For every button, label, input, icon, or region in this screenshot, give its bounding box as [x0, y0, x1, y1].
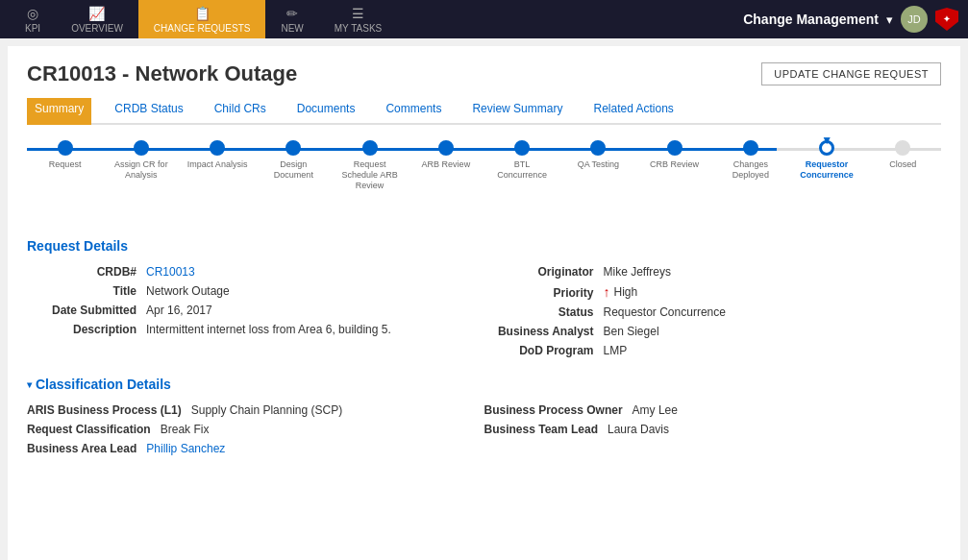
detail-row-priority: Priority ↑ High [484, 284, 942, 300]
progress-bar: Request Assign CR for Analysis Impact An… [27, 140, 941, 219]
value-crdb[interactable]: CR10013 [146, 265, 195, 279]
step-dot-crb [667, 140, 683, 156]
collapse-arrow-icon[interactable]: ▾ [27, 379, 32, 390]
nav-items: ◎ KPI 📈 OVERVIEW 📋 CHANGE REQUESTS ✏ NEW… [10, 0, 743, 38]
nav-right: Change Management ▾ JD ✦ [743, 6, 958, 33]
tab-review-summary[interactable]: Review Summary [464, 98, 570, 125]
my-tasks-icon: ☰ [352, 6, 364, 21]
request-details-left: CRDB# CR10013 Title Network Outage Date … [27, 265, 484, 357]
step-changes: Changes Deployed [712, 140, 788, 190]
request-details-right: Originator Mike Jeffreys Priority ↑ High… [484, 265, 942, 357]
step-request: Request [27, 140, 103, 190]
label-analyst: Business Analyst [484, 325, 600, 338]
request-details-section-title: Request Details [27, 238, 941, 254]
step-dot-requestor: ▼ [819, 140, 834, 156]
kpi-icon: ◎ [27, 6, 38, 21]
nav-label-change-requests: CHANGE REQUESTS [154, 23, 251, 34]
label-crdb: CRDB# [27, 265, 142, 279]
label-req-class: Request Classification [27, 423, 157, 436]
progress-steps: Request Assign CR for Analysis Impact An… [27, 140, 941, 190]
tab-crdb-status[interactable]: CRDB Status [107, 98, 190, 125]
request-details-grid: CRDB# CR10013 Title Network Outage Date … [27, 265, 941, 357]
priority-arrow-icon: ↑ [604, 284, 610, 300]
step-label-impact: Impact Analysis [187, 159, 248, 170]
classification-right: Business Process Owner Amy Lee Business … [484, 403, 942, 455]
tab-summary[interactable]: Summary [27, 98, 91, 125]
step-label-requestor: Requestor Concurrence [793, 159, 860, 181]
detail-row-biz-team-lead: Business Team Lead Laura Davis [484, 423, 942, 436]
step-request-arb: Request Schedule ARB Review [332, 140, 408, 190]
value-req-class: Break Fix [161, 423, 210, 436]
value-description: Intermittent internet loss from Area 6, … [146, 323, 391, 336]
label-originator: Originator [484, 265, 600, 279]
change-requests-icon: 📋 [194, 6, 211, 21]
value-date: Apr 16, 2017 [146, 304, 212, 317]
nav-item-my-tasks[interactable]: ☰ MY TASKS [319, 0, 397, 38]
label-biz-process-owner: Business Process Owner [484, 403, 629, 417]
value-priority: ↑ High [604, 284, 638, 300]
step-label-request: Request [49, 159, 82, 170]
step-label-arb: ARB Review [422, 159, 471, 170]
value-title: Network Outage [146, 284, 230, 298]
label-date: Date Submitted [27, 304, 142, 317]
step-assign: Assign CR for Analysis [103, 140, 179, 190]
detail-row-originator: Originator Mike Jeffreys [484, 265, 942, 279]
label-priority: Priority [484, 286, 600, 300]
label-aris: ARIS Business Process (L1) [27, 403, 187, 417]
step-label-qa: QA Testing [578, 159, 619, 170]
detail-row-title: Title Network Outage [27, 284, 484, 298]
nav-item-change-requests[interactable]: 📋 CHANGE REQUESTS [138, 0, 266, 38]
step-design: Design Document [256, 140, 332, 190]
classification-section-title: ▾ Classification Details [27, 377, 941, 392]
step-impact: Impact Analysis [180, 140, 256, 190]
dropdown-arrow-icon[interactable]: ▾ [886, 12, 893, 27]
tab-related-actions[interactable]: Related Actions [585, 98, 681, 125]
detail-row-status: Status Requestor Concurrence [484, 305, 942, 319]
detail-row-analyst: Business Analyst Ben Siegel [484, 325, 942, 338]
shield-icon: ✦ [935, 8, 958, 31]
step-label-design: Design Document [260, 159, 327, 181]
step-label-closed: Closed [889, 159, 916, 170]
tab-bar: Summary CRDB Status Child CRs Documents … [27, 98, 941, 125]
page-header: CR10013 - Network Outage UPDATE CHANGE R… [27, 61, 941, 86]
update-change-request-button[interactable]: UPDATE CHANGE REQUEST [761, 62, 941, 85]
nav-item-overview[interactable]: 📈 OVERVIEW [56, 0, 138, 38]
step-dot-qa [590, 140, 606, 156]
tab-documents[interactable]: Documents [289, 98, 363, 125]
step-dot-design [285, 140, 301, 156]
step-label-changes: Changes Deployed [717, 159, 784, 181]
value-originator: Mike Jeffreys [604, 265, 671, 279]
detail-row-dod: DoD Program LMP [484, 344, 942, 357]
value-biz-area-lead[interactable]: Phillip Sanchez [146, 442, 225, 455]
step-dot-request [58, 140, 73, 156]
tab-child-crs[interactable]: Child CRs [207, 98, 274, 125]
detail-row-description: Description Intermittent internet loss f… [27, 323, 484, 336]
label-status: Status [484, 305, 600, 319]
label-dod: DoD Program [484, 344, 600, 357]
step-closed: Closed [865, 140, 941, 190]
user-avatar[interactable]: JD [901, 6, 928, 33]
value-biz-team-lead: Laura Davis [608, 423, 669, 436]
step-qa: QA Testing [560, 140, 636, 190]
nav-label-new: NEW [281, 23, 303, 34]
app-title: Change Management [743, 12, 879, 27]
step-label-request-arb: Request Schedule ARB Review [336, 159, 404, 190]
value-dod: LMP [604, 344, 628, 357]
page-title: CR10013 - Network Outage [27, 61, 297, 86]
step-dot-arb [438, 140, 454, 156]
nav-label-kpi: KPI [25, 23, 40, 34]
tab-comments[interactable]: Comments [378, 98, 449, 125]
detail-row-biz-process-owner: Business Process Owner Amy Lee [484, 403, 942, 417]
step-dot-assign [134, 140, 149, 156]
nav-item-new[interactable]: ✏ NEW [265, 0, 318, 38]
step-label-crb: CRB Review [650, 159, 699, 170]
overview-icon: 📈 [88, 6, 105, 21]
detail-row-date: Date Submitted Apr 16, 2017 [27, 304, 484, 317]
nav-label-overview: OVERVIEW [71, 23, 123, 34]
step-dot-btl [514, 140, 530, 156]
nav-item-kpi[interactable]: ◎ KPI [10, 0, 56, 38]
step-dot-impact [210, 140, 225, 156]
classification-left: ARIS Business Process (L1) Supply Chain … [27, 403, 484, 455]
top-navigation: ◎ KPI 📈 OVERVIEW 📋 CHANGE REQUESTS ✏ NEW… [0, 0, 968, 38]
step-dot-changes [743, 140, 758, 156]
